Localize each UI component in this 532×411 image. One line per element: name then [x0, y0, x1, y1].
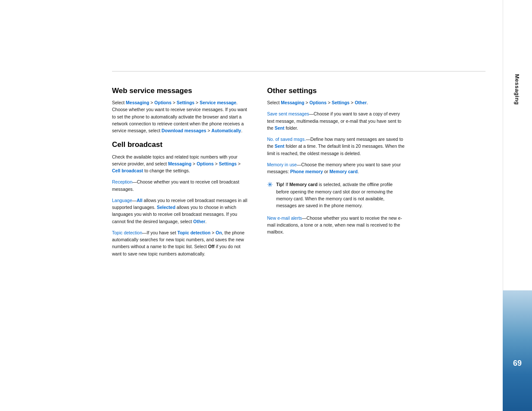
tip-box: ✳ Tip! If Memory card is selected, activ…	[267, 181, 405, 209]
other-settings-section: Other settings Select Messaging > Option…	[267, 86, 405, 235]
sent-link-2: Sent	[275, 143, 285, 149]
settings-link-2: Settings	[219, 161, 236, 166]
sidebar-label: Messaging	[514, 74, 521, 105]
phone-memory-link: Phone memory	[290, 169, 323, 174]
save-sent-para: Save sent messages—Choose if you want to…	[267, 110, 405, 131]
sent-link-1: Sent	[275, 125, 285, 131]
cell-broadcast-link: Cell broadcast	[112, 168, 143, 173]
sidebar-gradient	[503, 290, 532, 411]
right-column: Other settings Select Messaging > Option…	[267, 86, 405, 263]
topic-detection-link: Topic detection	[177, 230, 211, 235]
other-settings-body: Select Messaging > Options > Settings > …	[267, 99, 405, 175]
cell-broadcast-section: Cell broadcast Check the available topic…	[112, 140, 250, 257]
memory-in-use-para: Memory in use—Choose the memory where yo…	[267, 161, 405, 175]
service-message-link: Service message	[199, 100, 236, 105]
settings-link-3: Settings	[332, 100, 349, 105]
page-container: Messaging 69 Web service messages Select…	[0, 0, 532, 411]
settings-link-1: Settings	[177, 100, 194, 105]
content-area: Web service messages Select Messaging > …	[0, 0, 503, 411]
options-link-3: Options	[309, 100, 327, 105]
memory-card-link: Memory card	[330, 169, 358, 174]
download-messages-link: Download messages	[162, 128, 206, 133]
tip-icon: ✳	[267, 181, 273, 188]
options-link-2: Options	[196, 161, 214, 166]
left-column: Web service messages Select Messaging > …	[112, 86, 250, 263]
messaging-link-2: Messaging	[168, 161, 191, 166]
tip-label: Tip!	[276, 182, 284, 187]
sidebar-label-container: Messaging	[503, 86, 532, 93]
other-settings-intro: Select Messaging > Options > Settings > …	[267, 99, 405, 106]
cell-broadcast-title: Cell broadcast	[112, 140, 250, 149]
reception-para: Reception—Choose whether you want to rec…	[112, 178, 250, 193]
all-link: All	[137, 198, 142, 203]
messaging-link-3: Messaging	[281, 100, 304, 105]
topic-detection-term: Topic detection	[112, 230, 142, 235]
cell-broadcast-intro: Check the available topics and related t…	[112, 153, 250, 174]
web-service-para: Select Messaging > Options > Settings > …	[112, 99, 250, 134]
on-link: On	[216, 230, 222, 235]
cell-broadcast-body: Check the available topics and related t…	[112, 153, 250, 257]
no-saved-para: No. of saved msgs.—Define how many sent …	[267, 136, 405, 157]
other-link-2: Other	[355, 100, 367, 105]
memory-card-tip-link: Memory card	[289, 182, 317, 187]
no-saved-term: No. of saved msgs.	[267, 137, 306, 142]
save-sent-term: Save sent messages	[267, 111, 309, 116]
topic-detection-para: Topic detection—If you have set Topic de…	[112, 229, 250, 257]
other-settings-title: Other settings	[267, 86, 405, 96]
web-service-title: Web service messages	[112, 86, 250, 96]
web-service-body: Select Messaging > Options > Settings > …	[112, 99, 250, 134]
off-bold: Off	[208, 244, 215, 249]
page-number: 69	[503, 359, 532, 368]
language-term: Language	[112, 198, 132, 203]
memory-in-use-term: Memory in use	[267, 162, 297, 167]
options-link-1: Options	[154, 100, 171, 105]
new-email-term: New e-mail alerts	[267, 215, 302, 221]
web-service-section: Web service messages Select Messaging > …	[112, 86, 250, 134]
sidebar: Messaging 69	[503, 0, 532, 411]
new-email-para: New e-mail alerts—Choose whether you wan…	[267, 215, 405, 236]
language-para: Language—All allows you to receive cell …	[112, 197, 250, 225]
two-column-layout: Web service messages Select Messaging > …	[112, 86, 485, 263]
other-link: Other	[193, 219, 205, 224]
new-email-body: New e-mail alerts—Choose whether you wan…	[267, 215, 405, 236]
messaging-link-1: Messaging	[126, 100, 149, 105]
automatically-link: Automatically	[212, 128, 241, 133]
tip-text: Tip! If Memory card is selected, activat…	[276, 181, 405, 209]
selected-link: Selected	[157, 205, 175, 210]
reception-term: Reception	[112, 179, 132, 184]
